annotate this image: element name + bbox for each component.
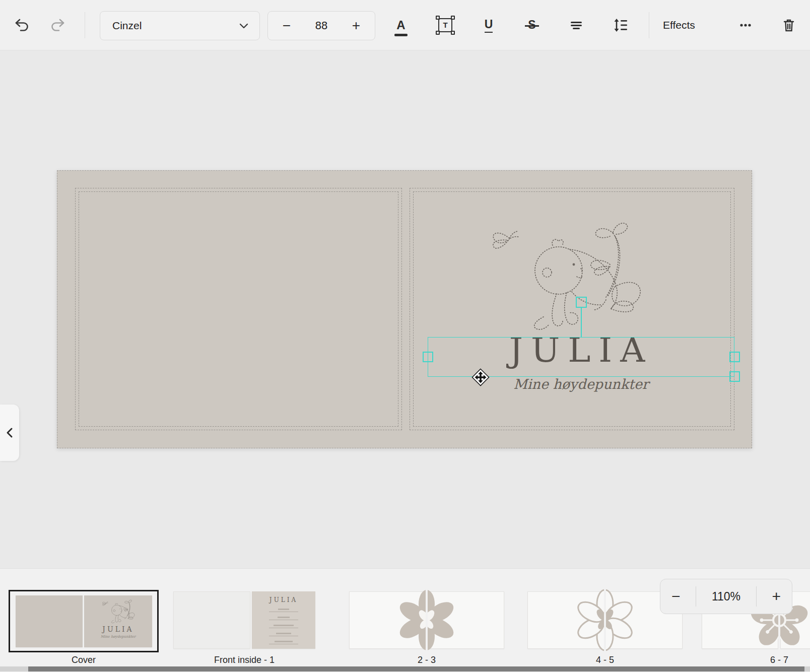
thumbnail-label-2-3: 2 - 3 <box>418 655 436 666</box>
trash-icon <box>781 17 797 33</box>
thumbnail-label-cover: Cover <box>72 655 96 666</box>
font-size-stepper: − 88 + <box>267 11 375 40</box>
chevron-down-icon <box>238 20 249 31</box>
thumbnail-label-front-inside: Front inside - 1 <box>214 655 275 666</box>
zoom-out-button[interactable]: − <box>671 589 681 604</box>
cover-spread-canvas[interactable]: JULIA Mine høydepunkter <box>57 170 752 448</box>
thumbnail-front-inside-left-page <box>173 591 250 649</box>
resize-handle-left[interactable] <box>423 352 433 362</box>
thumbnail-toc-rows <box>252 609 315 649</box>
thumbnail-cover-subtitle: Mine høydepunkter <box>84 635 152 639</box>
photobook-editor: Cinzel − 88 + A T U S <box>0 0 810 672</box>
thumbnail-cover-back-page[interactable] <box>16 595 83 647</box>
page-gutter <box>426 587 428 653</box>
resize-handle-right[interactable] <box>729 352 740 362</box>
font-size-decrease-button[interactable]: − <box>278 19 295 33</box>
rotation-handle[interactable] <box>576 297 587 308</box>
toolbar-divider <box>85 12 85 38</box>
thumbnail-baby-illustration <box>100 598 137 625</box>
font-selector[interactable]: Cinzel <box>100 11 260 40</box>
undo-button[interactable] <box>11 14 33 36</box>
text-align-button[interactable] <box>565 14 587 36</box>
canvas-workspace: JULIA Mine høydepunkter <box>0 51 810 568</box>
text-box-icon: T <box>438 18 452 32</box>
thumbnail-front-inside-title: JULIA <box>252 596 315 603</box>
undo-icon <box>14 17 31 34</box>
move-cursor <box>471 368 490 386</box>
delete-button[interactable] <box>778 14 800 36</box>
text-box-button[interactable]: T <box>434 14 456 36</box>
text-color-icon: A <box>396 18 405 32</box>
zoom-divider <box>696 586 696 607</box>
underline-button[interactable]: U <box>478 14 500 36</box>
font-size-increase-button[interactable]: + <box>348 19 365 33</box>
thumbnail-front-inside-right-page: JULIA <box>252 591 315 649</box>
back-cover-page-guide <box>75 188 402 430</box>
text-toolbar: Cinzel − 88 + A T U S <box>0 0 810 50</box>
line-spacing-icon <box>612 17 629 34</box>
font-size-value[interactable]: 88 <box>315 19 327 32</box>
align-center-icon <box>568 17 584 33</box>
thumbnail-scrollbar-thumb[interactable] <box>28 666 804 671</box>
underline-icon: U <box>485 18 493 33</box>
thumbnail-label-4-5: 4 - 5 <box>596 655 614 666</box>
redo-icon <box>49 17 66 34</box>
more-options-button[interactable] <box>734 14 757 36</box>
baby-flower-illustration[interactable] <box>483 216 649 337</box>
zoom-in-button[interactable]: + <box>772 589 781 604</box>
strikethrough-button[interactable]: S <box>521 14 543 36</box>
thumbnail-cover-front-page[interactable]: JULIA Mine høydepunkter <box>84 595 152 647</box>
selection-connector-line <box>581 308 582 337</box>
page-gutter <box>604 587 606 653</box>
resize-handle-bottom-right[interactable] <box>729 371 740 382</box>
strikethrough-icon: S <box>528 18 535 32</box>
more-options-icon <box>737 17 754 34</box>
line-spacing-button[interactable] <box>610 14 632 36</box>
text-color-button[interactable]: A <box>390 14 412 36</box>
zoom-divider <box>756 586 757 607</box>
chevron-left-icon <box>5 427 15 439</box>
zoom-control: − 110% + <box>660 579 792 614</box>
collapse-panel-button[interactable] <box>0 405 19 461</box>
font-name-label: Cinzel <box>112 20 142 32</box>
zoom-level-value: 110% <box>712 590 740 603</box>
toolbar-divider <box>649 12 649 38</box>
thumbnail-cover-title: JULIA <box>84 625 152 633</box>
effects-button[interactable]: Effects <box>663 0 695 50</box>
redo-button[interactable] <box>46 14 69 36</box>
